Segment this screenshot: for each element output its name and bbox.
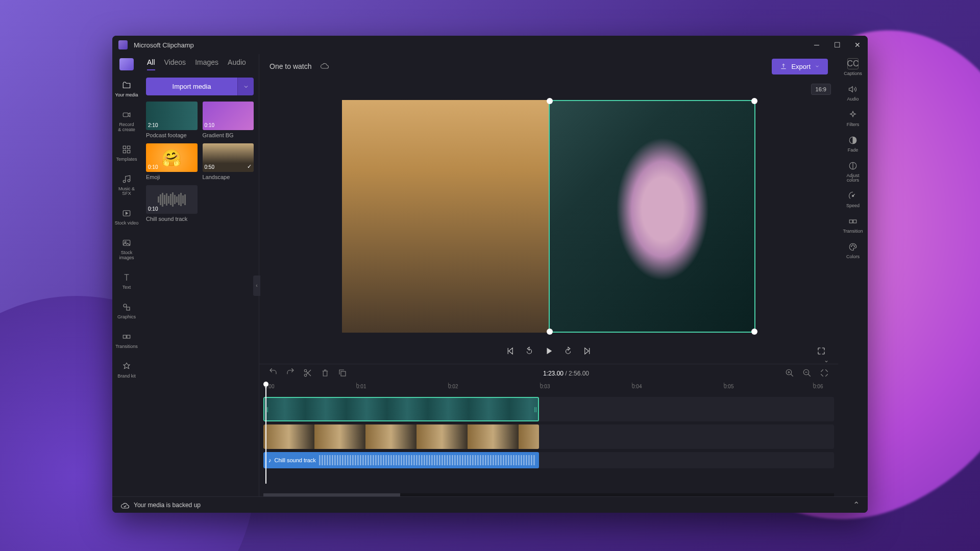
sidebar-item-stock-video[interactable]: Stock video: [113, 206, 141, 228]
sidebar-item-graphics[interactable]: Graphics: [115, 299, 138, 322]
sidebar-item-stock-images[interactable]: Stock images: [117, 235, 136, 263]
svg-rect-1: [123, 146, 126, 148]
tab-audio[interactable]: Audio: [228, 58, 246, 70]
selection-box[interactable]: [549, 100, 755, 333]
svg-point-25: [852, 245, 853, 246]
maximize-button[interactable]: ☐: [833, 41, 841, 49]
resize-handle-bl[interactable]: [547, 329, 553, 335]
video-track-2[interactable]: [263, 424, 834, 449]
text-icon: [121, 272, 132, 283]
svg-point-6: [128, 179, 130, 182]
svg-rect-12: [123, 335, 126, 338]
panel-item-audio[interactable]: Audio: [847, 84, 859, 102]
svg-point-26: [854, 246, 855, 247]
media-item-gradient[interactable]: 0:10 Gradient BG: [203, 102, 254, 138]
titlebar: Microsoft Clipchamp ─ ☐ ✕: [112, 36, 868, 54]
duplicate-button[interactable]: [338, 368, 347, 379]
footer-expand-button[interactable]: ⌃: [853, 500, 860, 510]
sidebar-item-brand-kit[interactable]: Brand kit: [115, 359, 138, 381]
skip-back-button[interactable]: [505, 346, 514, 358]
playhead[interactable]: [263, 382, 268, 387]
filters-icon: [847, 109, 859, 120]
undo-button[interactable]: [268, 368, 278, 379]
delete-button[interactable]: [321, 368, 330, 379]
forward-5-button[interactable]: [564, 346, 573, 358]
sidebar-item-record-create[interactable]: Record & create: [116, 107, 137, 135]
timeline: 1:23.00 / 2:56.00 0:00 0:01 0:02 0:03 0:…: [259, 364, 838, 496]
fullscreen-button[interactable]: [817, 346, 826, 358]
left-sidebar: Your media Record & create Templates Mus…: [112, 54, 141, 496]
svg-rect-4: [128, 150, 130, 153]
sidebar-item-transitions[interactable]: Transitions: [113, 329, 140, 352]
resize-handle-tl[interactable]: [547, 98, 553, 104]
sidebar-item-templates[interactable]: Templates: [114, 142, 139, 164]
export-button[interactable]: Export: [772, 59, 828, 74]
media-tabs: All Videos Images Audio: [146, 58, 254, 70]
svg-point-10: [124, 304, 127, 307]
audio-waveform: [319, 455, 536, 465]
preview-canvas[interactable]: [342, 100, 755, 333]
adjust-icon: [847, 160, 859, 171]
svg-rect-13: [127, 335, 130, 338]
clip-podcast-footage[interactable]: || ||: [263, 397, 539, 421]
cloud-sync-icon[interactable]: [320, 61, 329, 72]
zoom-out-button[interactable]: [802, 368, 812, 379]
play-button[interactable]: [544, 346, 553, 358]
svg-rect-16: [341, 371, 346, 376]
palette-icon: [847, 241, 859, 253]
clip-chill-sound[interactable]: ♪ Chill sound track: [263, 452, 539, 468]
tab-all[interactable]: All: [147, 58, 155, 70]
zoom-in-button[interactable]: [785, 368, 794, 379]
tab-videos[interactable]: Videos: [164, 58, 186, 70]
sidebar-item-text[interactable]: Text: [119, 270, 134, 292]
split-button[interactable]: [303, 368, 312, 379]
clip-handle-right[interactable]: ||: [533, 398, 538, 420]
app-icon: [118, 40, 128, 49]
svg-rect-0: [123, 113, 128, 117]
graphics-icon: [121, 302, 132, 313]
panel-item-captions[interactable]: CC Captions: [844, 58, 862, 77]
timeline-collapse-button[interactable]: ⌄: [824, 357, 829, 364]
panel-item-colors[interactable]: Colors: [846, 241, 860, 260]
svg-point-5: [123, 180, 126, 183]
app-title: Microsoft Clipchamp: [134, 41, 194, 49]
media-item-landscape[interactable]: 0:50✓ Landscape: [203, 143, 254, 180]
svg-rect-11: [127, 307, 130, 310]
close-button[interactable]: ✕: [853, 41, 862, 49]
tab-images[interactable]: Images: [195, 58, 218, 70]
media-item-chill-sound[interactable]: 0:10 Chill sound track: [146, 185, 198, 222]
transition-icon: [847, 216, 859, 227]
sidebar-item-your-media[interactable]: Your media: [113, 78, 140, 100]
video-track-1[interactable]: || ||: [263, 397, 834, 421]
rewind-5-button[interactable]: [525, 346, 534, 358]
timeline-ruler[interactable]: 0:00 0:01 0:02 0:03 0:04 0:05 0:06: [259, 383, 838, 393]
resize-handle-tr[interactable]: [751, 98, 757, 104]
svg-rect-23: [853, 220, 856, 223]
import-media-button[interactable]: Import media: [146, 78, 237, 95]
redo-button[interactable]: [286, 368, 295, 379]
footer-bar: Your media is backed up ⌃: [112, 496, 868, 513]
panel-item-adjust-colors[interactable]: Adjust colors: [846, 160, 859, 184]
import-media-dropdown[interactable]: [237, 78, 254, 95]
svg-point-24: [851, 246, 852, 247]
panel-item-transition[interactable]: Transition: [843, 216, 863, 234]
audio-track[interactable]: ♪ Chill sound track: [263, 452, 834, 468]
svg-rect-3: [123, 150, 126, 153]
media-item-emoji[interactable]: 🤗0:10 Emoji: [146, 143, 198, 180]
panel-item-fade[interactable]: Fade: [847, 135, 859, 153]
app-window: Microsoft Clipchamp ─ ☐ ✕ Your media Rec…: [112, 36, 868, 513]
project-title[interactable]: One to watch: [270, 62, 312, 70]
clip-landscape[interactable]: [263, 424, 539, 449]
backup-status[interactable]: Your media is backed up: [120, 500, 201, 510]
sidebar-item-music-sfx[interactable]: Music & SFX: [112, 171, 141, 199]
panel-item-speed[interactable]: Speed: [846, 190, 860, 209]
skip-forward-button[interactable]: [583, 346, 592, 358]
panel-item-filters[interactable]: Filters: [847, 109, 860, 128]
media-item-podcast[interactable]: 2:10 Podcast footage: [146, 102, 198, 138]
media-panel: All Videos Images Audio Import media 2:1…: [141, 54, 259, 496]
video-icon: [121, 208, 132, 219]
minimize-button[interactable]: ─: [813, 41, 821, 49]
resize-handle-br[interactable]: [751, 329, 757, 335]
zoom-fit-button[interactable]: [820, 368, 829, 379]
timeline-scrollbar[interactable]: [263, 493, 834, 496]
